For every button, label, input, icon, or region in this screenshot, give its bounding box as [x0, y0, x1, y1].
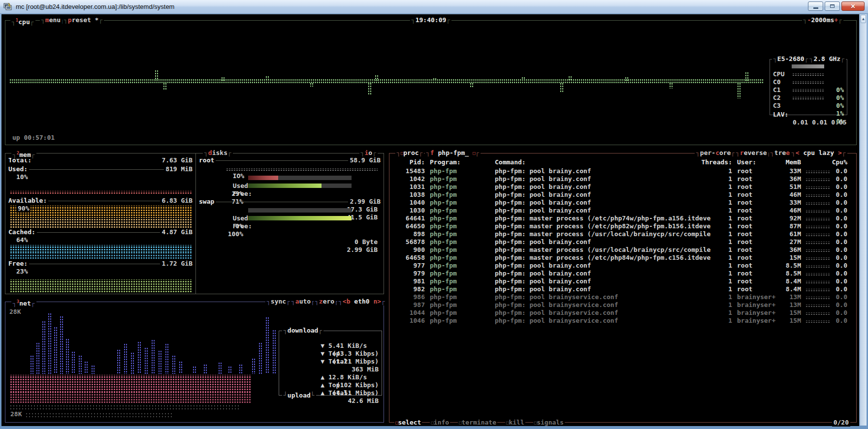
mem-cell: 13M — [760, 301, 801, 309]
filter-hotkey: f — [430, 149, 434, 156]
process-row[interactable]: 1030 php-fpm php-fpm: pool brainy.conf 1… — [392, 207, 853, 214]
scroll-up-button[interactable]: ▲ — [861, 15, 866, 23]
process-filter[interactable]: f php-fpm_ □ — [425, 149, 481, 157]
process-row[interactable]: 64650 php-fpm php-fpm: master process (/… — [392, 222, 853, 230]
scrollbar[interactable]: ▲ — [860, 14, 867, 426]
cpu-meter-row: CPU 0% — [773, 62, 844, 70]
process-row[interactable]: 64641 php-fpm php-fpm: master process (/… — [392, 214, 853, 222]
minimize-button[interactable] — [808, 1, 823, 11]
cpu-cell: 0.0 — [812, 246, 847, 254]
process-row[interactable]: 64658 php-fpm php-fpm: master process (/… — [392, 254, 853, 262]
net-panel-title: 3net — [11, 298, 36, 307]
select-button[interactable]: □select — [394, 419, 422, 426]
graph-spike — [42, 321, 46, 374]
per-core-button[interactable]: per-core — [695, 149, 736, 157]
mem-cell: 15M — [760, 309, 801, 317]
minimize-icon — [813, 7, 818, 9]
cpu-cell: 0.0 — [812, 230, 847, 238]
process-row[interactable]: 1042 php-fpm php-fpm: pool brainy.conf 1… — [392, 175, 853, 183]
program-cell: php-fpm — [430, 222, 457, 230]
disk-io-graph — [225, 168, 378, 171]
reverse-button[interactable]: reverse — [735, 149, 772, 157]
interval-increase-button[interactable]: + — [834, 16, 838, 24]
update-interval: -2000ms+ — [802, 16, 843, 24]
mem-cached-row: Cached:4.87 GiB — [8, 228, 193, 236]
cpu-cell: 0.0 — [812, 317, 847, 325]
upload-arrow-icon: ▲ — [321, 389, 328, 397]
process-row[interactable]: 1046 php-fpm php-fpm: pool brainyservice… — [392, 317, 853, 325]
close-button[interactable]: ✕ — [841, 1, 865, 11]
process-row[interactable]: 1031 php-fpm php-fpm: pool brainy.conf 1… — [392, 183, 853, 191]
filter-close-icon[interactable]: □ — [473, 151, 475, 155]
process-row[interactable]: 977 php-fpm php-fpm: pool brainy.conf 1 … — [392, 262, 853, 270]
graph-spike — [375, 75, 379, 81]
arrow-up-icon: ▲ — [862, 17, 866, 21]
info-button[interactable]: □info — [430, 419, 450, 426]
upload-total-value: 42.6 MiB — [348, 397, 379, 405]
interval-value: 2000ms — [811, 16, 834, 24]
swap-free-bar — [248, 216, 352, 220]
interface-next-button[interactable]: n> — [373, 298, 381, 305]
preset-button[interactable]: preset * — [63, 16, 104, 24]
program-cell: php-fpm — [430, 270, 457, 277]
pid-cell: 1044 — [396, 309, 425, 317]
threads-cell: 1 — [688, 183, 732, 191]
mem-used-row: Used:819 MiB — [8, 165, 193, 173]
upload-total-label: Total: — [328, 389, 352, 397]
graph-spike — [745, 72, 749, 81]
signals-button[interactable]: □signals — [533, 419, 565, 426]
meter-value: 1% — [836, 110, 844, 118]
maximize-button[interactable] — [825, 1, 840, 11]
graph-spike — [368, 83, 372, 95]
process-row[interactable]: 1040 php-fpm php-fpm: pool brainy.conf 1… — [392, 199, 853, 207]
process-row[interactable]: 1038 php-fpm php-fpm: pool brainy.conf 1… — [392, 191, 853, 199]
mem-cell: 8.5M — [760, 262, 801, 270]
mem-free-percent: 23% — [16, 268, 28, 276]
process-row[interactable]: 1044 php-fpm php-fpm: pool brainyservice… — [392, 309, 853, 317]
clock: 19:40:09 — [410, 16, 451, 24]
pid-cell: 987 — [396, 301, 425, 309]
process-row[interactable]: 979 php-fpm php-fpm: pool brainy.conf 1 … — [392, 270, 853, 277]
threads-cell: 1 — [688, 254, 732, 262]
process-row[interactable]: 986 php-fpm php-fpm: pool brainyservice.… — [392, 293, 853, 301]
threads-cell: 1 — [688, 175, 732, 183]
kill-button[interactable]: □kill — [505, 419, 525, 426]
window-titlebar[interactable]: mc [root@ub24.itdeveloper.com.ua]:/lib/s… — [0, 0, 868, 14]
app-icon — [3, 3, 12, 11]
disk-swap-row: swap2.99 GiB — [199, 198, 381, 206]
process-row[interactable]: 987 php-fpm php-fpm: pool brainyservice.… — [392, 301, 853, 309]
download-total-label: Total: — [328, 358, 352, 365]
interface-prev-button[interactable]: <b — [343, 298, 351, 305]
interface-switcher: <b eth0 n> — [337, 298, 386, 306]
command-cell: php-fpm: master process (/etc/php82w/php… — [495, 222, 710, 230]
process-table: 15483 php-fpm php-fpm: pool brainy.conf … — [389, 153, 856, 422]
process-row[interactable]: 982 php-fpm php-fpm: pool brainy.conf 1 … — [392, 285, 853, 293]
mem-used-value: 819 MiB — [165, 165, 193, 173]
process-row[interactable]: 981 php-fpm php-fpm: pool brainy.conf 1 … — [392, 277, 853, 285]
sort-prev-button[interactable]: < — [796, 149, 800, 156]
sync-button[interactable]: sync — [265, 298, 291, 306]
io-mode-button[interactable]: io — [359, 149, 378, 157]
graph-spike — [179, 361, 183, 374]
disk-total: 2.99 GiB — [350, 198, 381, 206]
program-cell: php-fpm — [430, 183, 457, 191]
process-row[interactable]: 15483 php-fpm php-fpm: pool brainy.conf … — [392, 167, 853, 175]
sort-next-button[interactable]: > — [838, 149, 842, 156]
application-window: mc [root@ub24.itdeveloper.com.ua]:/lib/s… — [0, 0, 868, 429]
graph-spike — [218, 362, 222, 374]
user-cell: root — [737, 214, 752, 222]
swap-free-percent: 100% — [223, 230, 243, 238]
command-cell: php-fpm: pool brainy.conf — [495, 199, 591, 207]
process-row[interactable]: 900 php-fpm php-fpm: master process (/us… — [392, 246, 853, 254]
auto-button[interactable]: auto — [290, 298, 316, 306]
process-row[interactable]: 56878 php-fpm php-fpm: pool brainy.conf … — [392, 238, 853, 246]
mem-cell: 61M — [760, 230, 801, 238]
process-row[interactable]: 898 php-fpm php-fpm: master process (/us… — [392, 230, 853, 238]
zero-button[interactable]: zero — [314, 298, 340, 306]
mem-cached-percent: 64% — [16, 236, 28, 244]
cpu-cell: 0.0 — [812, 262, 847, 270]
program-cell: php-fpm — [430, 207, 457, 214]
terminate-button[interactable]: □terminate — [458, 419, 497, 426]
threads-cell: 1 — [688, 277, 732, 285]
user-cell: root — [737, 277, 752, 285]
